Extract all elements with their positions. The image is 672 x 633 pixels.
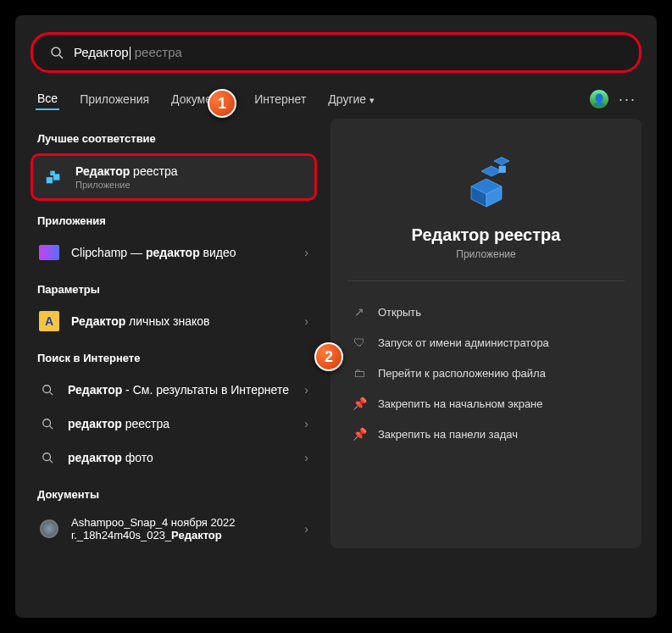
- search-panel: Редактор реестра 1 Все Приложения Докуме…: [15, 15, 657, 618]
- result-web-editor[interactable]: Редактор - См. результаты в Интернете ›: [31, 373, 317, 407]
- user-avatar[interactable]: 👤: [590, 90, 608, 108]
- best-match-subtitle: Приложение: [75, 180, 304, 190]
- chevron-right-icon: ›: [304, 417, 308, 430]
- svg-point-9: [43, 453, 51, 461]
- section-documents: Документы: [37, 488, 317, 501]
- chevron-right-icon: ›: [304, 451, 308, 464]
- private-char-icon: A: [39, 311, 59, 331]
- action-run-admin-label: Запуск от имени администратора: [378, 336, 549, 349]
- result-document[interactable]: Ashampoo_Snap_4 ноября 2022 г._18h24m40s…: [31, 509, 317, 548]
- result-web-photo-title: редактор фото: [68, 451, 292, 464]
- section-settings: Параметры: [37, 283, 317, 296]
- result-web-editor-title: Редактор - См. результаты в Интернете: [68, 383, 292, 397]
- svg-line-10: [50, 460, 53, 464]
- tab-more[interactable]: Другие▾: [326, 89, 376, 109]
- pin-icon: 📌: [353, 397, 366, 410]
- result-private-char-title: Редактор личных знаков: [71, 314, 292, 328]
- svg-line-8: [50, 426, 53, 430]
- result-clipchamp[interactable]: Clipchamp — редактор видео ›: [31, 236, 317, 269]
- tabs-row: Все Приложения Документы Интернет Другие…: [36, 88, 636, 110]
- tab-apps[interactable]: Приложения: [78, 89, 151, 109]
- svg-marker-14: [481, 166, 502, 176]
- clipchamp-icon: [39, 242, 59, 263]
- search-icon: [50, 46, 64, 59]
- search-box[interactable]: Редактор реестра 1: [31, 32, 641, 73]
- section-web: Поиск в Интернете: [37, 352, 317, 364]
- document-icon: [39, 519, 59, 539]
- action-pin-start[interactable]: 📌Закрепить на начальном экране: [347, 390, 625, 417]
- svg-point-5: [43, 386, 51, 393]
- action-run-admin[interactable]: 🛡Запуск от имени администратора: [347, 329, 625, 356]
- open-icon: ↗: [353, 305, 366, 319]
- svg-point-7: [43, 419, 51, 427]
- chevron-right-icon: ›: [304, 246, 308, 259]
- chevron-right-icon: ›: [304, 314, 308, 328]
- search-icon: [39, 380, 56, 400]
- svg-point-0: [52, 47, 60, 56]
- svg-marker-15: [494, 158, 509, 165]
- regedit-hero-icon: [456, 151, 517, 212]
- pin-icon: 📌: [353, 427, 366, 441]
- action-open-location-label: Перейти к расположению файла: [378, 367, 546, 380]
- detail-pane: Редактор реестра Приложение ↗Открыть 🛡За…: [330, 119, 641, 548]
- result-web-regedit-title: редактор реестра: [68, 417, 292, 430]
- svg-line-1: [59, 55, 63, 58]
- shield-icon: 🛡: [353, 336, 366, 349]
- svg-rect-16: [499, 166, 506, 173]
- section-best-match: Лучшее соответствие: [37, 132, 317, 145]
- tab-web[interactable]: Интернет: [253, 89, 308, 109]
- tab-all[interactable]: Все: [36, 88, 59, 110]
- more-button[interactable]: ···: [619, 91, 636, 108]
- callout-2: 2: [314, 342, 343, 371]
- search-query: Редактор реестра: [74, 45, 182, 60]
- chevron-right-icon: ›: [304, 522, 308, 536]
- action-pin-taskbar[interactable]: 📌Закрепить на панели задач: [347, 420, 625, 447]
- result-clipchamp-title: Clipchamp — редактор видео: [71, 246, 292, 259]
- result-web-regedit[interactable]: редактор реестра ›: [31, 407, 317, 441]
- regedit-icon: [43, 167, 64, 187]
- best-match-title: Редактор реестра: [75, 164, 304, 178]
- action-open-label: Открыть: [378, 306, 421, 319]
- search-icon: [39, 447, 56, 468]
- svg-rect-4: [50, 171, 55, 176]
- folder-icon: 🗀: [353, 366, 366, 380]
- chevron-down-icon: ▾: [369, 95, 375, 105]
- svg-rect-2: [47, 177, 53, 183]
- search-icon: [39, 414, 56, 434]
- action-pin-taskbar-label: Закрепить на панели задач: [378, 428, 518, 441]
- result-document-title: Ashampoo_Snap_4 ноября 2022 г._18h24m40s…: [71, 516, 292, 541]
- chevron-right-icon: ›: [304, 383, 308, 397]
- detail-title: Редактор реестра: [347, 225, 625, 245]
- action-open[interactable]: ↗Открыть: [347, 298, 625, 325]
- result-web-photo[interactable]: редактор фото ›: [31, 441, 317, 475]
- result-private-char[interactable]: A Редактор личных знаков ›: [31, 304, 317, 338]
- divider: [347, 280, 625, 281]
- callout-1: 1: [208, 89, 236, 118]
- best-match-result[interactable]: Редактор реестра Приложение 2: [31, 153, 317, 201]
- action-open-location[interactable]: 🗀Перейти к расположению файла: [347, 359, 625, 386]
- action-pin-start-label: Закрепить на начальном экране: [378, 397, 543, 410]
- detail-subtitle: Приложение: [347, 248, 625, 260]
- section-apps: Приложения: [37, 214, 317, 227]
- results-column: Лучшее соответствие Редактор реестра При…: [31, 119, 317, 548]
- svg-line-6: [50, 392, 53, 396]
